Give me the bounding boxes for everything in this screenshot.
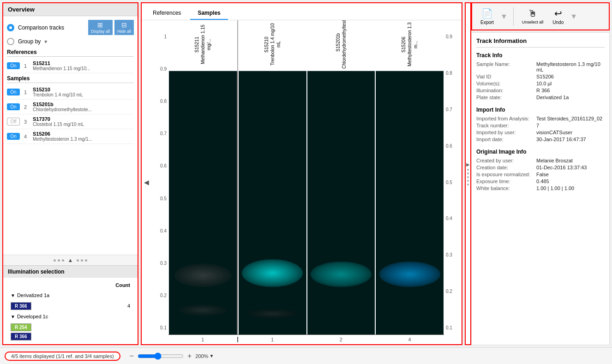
export-button[interactable]: 📄 Export [478,7,497,26]
tabs-row: References Samples [142,3,462,20]
track-number-key: Track number: [476,123,536,128]
track-header-s15201b: S15201bChlordehydromethyltest... [335,20,347,69]
sample2-band-main [311,262,372,287]
display-all-button[interactable]: ⊞ Display all [88,20,113,35]
developed-expand-icon[interactable]: ▼ [11,314,15,319]
y-axis-val-06: 0.6 [160,163,167,168]
zoom-in-button[interactable]: + [187,352,192,360]
analysis-key: Imported from Analysis: [476,116,536,121]
sample-toggle-2[interactable]: On [7,103,20,110]
tab-references[interactable]: References [145,7,188,20]
illumination-key: Illumination: [476,88,536,93]
nav-arrow-left[interactable]: ◀ [142,20,151,344]
scroll-indicator: ▲ [3,255,138,265]
track-image-ref[interactable] [169,71,238,334]
track-number-val: 7 [536,123,539,128]
created-by-val: Melanie Broszat [536,158,573,163]
import-imported-by-row: Imported by user: visionCATSuser [476,130,605,135]
y-axis-val-03: 0.3 [160,261,167,266]
track-image-s15210[interactable] [239,71,306,334]
exposure-norm-row: Is exposure normalized: False [476,172,605,177]
scroll-dot-4 [77,259,79,262]
vert-arrow-top[interactable]: ▶ [466,162,470,167]
vert-dot-5 [467,184,469,185]
scroll-dot-6 [85,259,87,262]
vert-dot-4 [467,180,469,182]
import-date-row: Import date: 30-Jan-2017 16:47:37 [476,137,605,142]
zoom-slider[interactable] [138,352,184,360]
developed-badge2[interactable]: R 366 [11,333,31,340]
original-image-info-title: Original Image Info [476,149,605,155]
vial-id-val: S15206 [536,74,554,79]
created-by-key: Created by user: [476,158,536,163]
derivatized-expand-icon[interactable]: ▼ [11,293,15,298]
zoom-dropdown-arrow[interactable]: ▼ [209,353,214,358]
sample4-band-main [379,262,440,287]
group-by-radio[interactable] [7,38,14,45]
reference-id-1: S15211 [33,60,90,66]
undo-label: Undo [552,20,564,25]
scroll-dot-2 [58,259,60,262]
track-image-s15206[interactable] [376,71,444,334]
y-axis-right-val-09: 0.9 [446,34,452,39]
display-all-label: Display all [91,29,110,34]
track-info-illumination-row: Illumination: R 366 [476,88,605,93]
sample-number-3: 3 [22,119,29,125]
import-analysis-row: Imported from Analysis: Test Steroides_2… [476,116,605,121]
sample-toggle-4[interactable]: On [7,133,20,140]
toolbar-area: 📄 Export ▼ 🖱 Unselect all ↩ Undo ▼ [471,2,610,30]
tab-references-label: References [153,10,181,16]
illumination-content: Count ▼ Derivatized 1a R 366 [3,278,138,344]
zoom-out-button[interactable]: − [130,352,134,360]
derivatized-header: ▼ Derivatized 1a [11,291,130,299]
reference-detail-1: Methandienon 1.15 mg/10... [33,66,90,71]
export-label: Export [480,20,494,25]
sample-toggle-1[interactable]: On [7,89,20,95]
track-image-s15201b[interactable] [307,71,375,334]
derivatized-badge[interactable]: R 366 [11,302,31,310]
sample-detail-2: Chlordehydromethyltestote... [33,107,92,112]
hide-all-button[interactable]: ⊟ Hide all [114,20,134,35]
y-axis-val-04: 0.4 [160,228,167,233]
comparison-tracks-radio[interactable] [7,24,14,31]
tab-samples[interactable]: Samples [190,7,228,20]
y-axis-right-val-05: 0.5 [446,180,452,185]
sample-info-1: S15210 Trenbolon 1.4 mg/10 mL [33,87,83,97]
sample-name-key: Sample Name: [476,61,536,72]
undo-button[interactable]: ↩ Undo [550,7,566,26]
reference-toggle-1[interactable]: On [7,62,20,69]
y-axis-val-01: 0.1 [160,325,167,330]
group-by-row: Group by ▼ [7,38,134,45]
status-pill: 4/5 items displayed (1/1 ref. and 3/4 sa… [5,352,120,361]
y-axis-val-02: 0.2 [160,293,167,298]
vert-dot-2 [467,173,469,174]
x-axis-row: 1 1 2 4 [168,334,444,344]
y-axis-val-05: 0.5 [160,196,167,201]
derivatized-label: Derivatized 1a [17,292,49,298]
sample-info-2: S15201b Chlordehydromethyltestote... [33,101,92,112]
creation-date-val: 01-Dec-2016 13:37:43 [536,165,587,170]
plate-state-val: Derivatized 1a [536,95,569,100]
zoom-value-text: 200% [195,353,208,359]
ref-section-header: S15211Methandienon 1.15 mg/... [168,20,238,71]
exposure-time-row: Exposure time: 0.485 [476,179,605,184]
unselect-all-button[interactable]: 🖱 Unselect all [519,7,546,25]
creation-date-row: Creation date: 01-Dec-2016 13:37:43 [476,165,605,170]
right-panel: 📄 Export ▼ 🖱 Unselect all ↩ Undo ▼ Track… [471,2,610,345]
y-axis-right-val-08: 0.8 [446,71,452,76]
vert-dots-panel[interactable]: ▶ [465,2,471,345]
y-axis-right-val-06: 0.6 [446,143,452,149]
import-date-key: Import date: [476,137,536,142]
undo-dropdown-arrow[interactable]: ▼ [570,12,577,21]
sample-id-3: S17370 [33,116,84,122]
scroll-up-arrow[interactable]: ▲ [68,257,73,263]
group-by-dropdown-arrow[interactable]: ▼ [43,39,48,44]
sample-item-2: On 2 S15201b Chlordehydromethyltestote..… [7,100,134,114]
volume-key: Volume(s): [476,81,536,86]
developed-badge1[interactable]: R 254 [11,323,31,331]
comparison-tracks-row: Comparison tracks ⊞ Display all ⊟ Hide a… [7,20,134,35]
sample-toggle-3[interactable]: Off [7,118,20,125]
toolbar-separator-1 [513,7,514,26]
export-dropdown-arrow[interactable]: ▼ [500,12,508,21]
sample-item-4: On 4 S15206 Methyltestosteron 1.3 mg/1..… [7,129,134,144]
